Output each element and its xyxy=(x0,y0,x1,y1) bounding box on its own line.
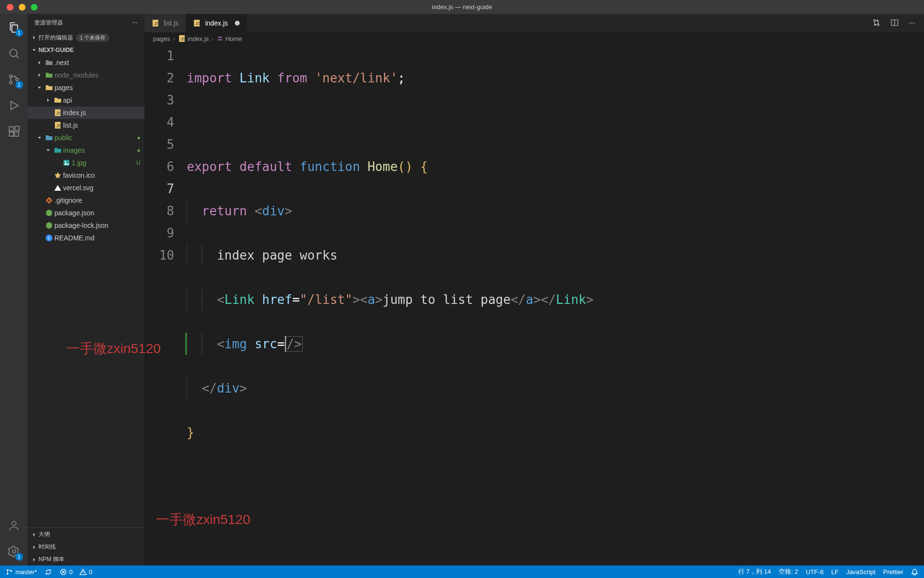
svg-text:JS: JS xyxy=(180,37,186,41)
chevron-right-icon: › xyxy=(173,35,175,42)
code-content[interactable]: import Link from 'next/link'; export def… xyxy=(187,45,924,565)
svg-point-24 xyxy=(877,24,879,26)
more-actions-icon[interactable]: ⋯ xyxy=(909,19,915,27)
file-vercel-svg[interactable]: vercel.svg xyxy=(27,182,144,194)
svg-text:i: i xyxy=(48,236,49,241)
folder-images[interactable]: images● xyxy=(27,144,144,157)
svg-rect-6 xyxy=(14,132,19,136)
split-editor-icon[interactable] xyxy=(890,18,899,28)
extensions-icon[interactable] xyxy=(7,124,21,139)
file-readme[interactable]: iREADME.md xyxy=(27,232,144,244)
git-branch[interactable]: master* xyxy=(6,568,37,576)
svg-point-8 xyxy=(12,521,16,525)
problems[interactable]: 0 0 xyxy=(60,568,92,576)
svg-text:JS: JS xyxy=(195,21,201,26)
source-control-icon[interactable]: 1 xyxy=(7,72,21,87)
svg-point-2 xyxy=(9,81,12,84)
account-icon[interactable] xyxy=(7,518,21,533)
activity-bar: 1 1 1 xyxy=(0,14,27,565)
dirty-indicator-icon xyxy=(235,21,240,26)
explorer-icon[interactable]: 1 xyxy=(7,20,21,35)
outline-section[interactable]: 大纲 xyxy=(27,528,144,540)
prettier-status[interactable]: Prettier xyxy=(883,568,903,576)
svg-rect-4 xyxy=(9,127,13,131)
sidebar-title: 资源管理器 xyxy=(34,19,63,27)
settings-badge: 1 xyxy=(15,553,23,561)
title-bar: index.js — next-guide xyxy=(0,0,924,14)
eol[interactable]: LF xyxy=(831,568,838,576)
open-editors-section[interactable]: 打开的编辑器 1 个未保存 xyxy=(27,31,144,44)
chevron-down-icon xyxy=(30,47,38,53)
svg-point-28 xyxy=(7,569,8,571)
svg-point-15 xyxy=(65,161,66,163)
project-name: NEXT-GUIDE xyxy=(38,47,74,53)
modified-dot-icon: ● xyxy=(137,134,141,141)
search-icon[interactable] xyxy=(7,46,21,61)
tab-bar: JS list.js JS index.js ⋯ xyxy=(144,14,924,32)
run-debug-icon[interactable] xyxy=(7,98,21,113)
encoding[interactable]: UTF-8 xyxy=(806,568,823,576)
svg-rect-14 xyxy=(64,160,69,166)
file-package-lock[interactable]: package-lock.json xyxy=(27,219,144,232)
file-package-json[interactable]: package.json xyxy=(27,207,144,219)
folder-node-modules[interactable]: node_modules xyxy=(27,69,144,81)
line-gutter: 12345678910 xyxy=(144,45,187,565)
maximize-window-button[interactable] xyxy=(31,4,38,11)
main: 1 1 1 资源管理器 ⋯ xyxy=(0,14,924,565)
minimize-window-button[interactable] xyxy=(19,4,26,11)
compare-changes-icon[interactable] xyxy=(872,18,881,28)
file-index-js[interactable]: JSindex.js xyxy=(27,106,144,119)
close-window-button[interactable] xyxy=(7,4,13,11)
folder-next[interactable]: .next xyxy=(27,56,144,69)
svg-point-0 xyxy=(10,49,17,56)
notifications-icon[interactable] xyxy=(911,568,918,576)
open-editors-label: 打开的编辑器 xyxy=(38,34,73,42)
folder-public[interactable]: public● xyxy=(27,131,144,144)
chevron-right-icon xyxy=(31,33,38,42)
file-favicon[interactable]: favicon.ico xyxy=(27,169,144,182)
folder-pages[interactable]: pages xyxy=(27,81,144,94)
svg-point-29 xyxy=(7,573,8,574)
sidebar: 资源管理器 ⋯ 打开的编辑器 1 个未保存 NEXT-GUIDE .next n… xyxy=(27,14,144,565)
file-tree: .next node_modules pages api JSindex.js … xyxy=(27,56,144,527)
sidebar-more-icon[interactable]: ⋯ xyxy=(132,19,138,26)
project-section[interactable]: NEXT-GUIDE xyxy=(27,44,144,56)
svg-rect-5 xyxy=(9,132,13,136)
code-area[interactable]: 12345678910 import Link from 'next/link'… xyxy=(144,45,924,565)
folder-api[interactable]: api xyxy=(27,94,144,106)
explorer-badge: 1 xyxy=(15,29,23,37)
indentation[interactable]: 空格: 2 xyxy=(779,567,798,576)
tab-index-js[interactable]: JS index.js xyxy=(186,14,246,32)
svg-point-23 xyxy=(873,19,875,21)
file-gitignore[interactable]: .gitignore xyxy=(27,194,144,207)
sync-button[interactable] xyxy=(45,568,52,576)
tab-list-js[interactable]: JS list.js xyxy=(144,14,186,32)
breadcrumb-file[interactable]: JSindex.js xyxy=(178,35,209,42)
breadcrumbs[interactable]: pages › JSindex.js › Home xyxy=(144,32,924,45)
unsaved-badge: 1 个未保存 xyxy=(76,34,109,42)
svg-point-1 xyxy=(9,75,12,78)
scm-badge: 1 xyxy=(15,81,23,89)
svg-text:JS: JS xyxy=(56,123,62,128)
svg-text:JS: JS xyxy=(154,21,159,26)
breadcrumb-symbol[interactable]: Home xyxy=(217,35,242,42)
svg-point-9 xyxy=(12,550,15,553)
svg-text:JS: JS xyxy=(56,111,62,116)
settings-icon[interactable]: 1 xyxy=(7,544,21,559)
timeline-section[interactable]: 时间线 xyxy=(27,540,144,553)
file-list-js[interactable]: JSlist.js xyxy=(27,119,144,131)
modified-dot-icon: ● xyxy=(137,147,141,154)
sidebar-bottom: 大纲 时间线 NPM 脚本 xyxy=(27,527,144,565)
svg-point-3 xyxy=(15,78,18,80)
npm-scripts-section[interactable]: NPM 脚本 xyxy=(27,553,144,565)
chevron-right-icon: › xyxy=(212,35,214,42)
window-title: index.js — next-guide xyxy=(432,3,492,11)
untracked-badge: U xyxy=(136,159,141,166)
svg-rect-7 xyxy=(15,126,19,131)
language-mode[interactable]: JavaScript xyxy=(846,568,875,576)
traffic-lights xyxy=(7,4,38,11)
cursor-position[interactable]: 行 7，列 14 xyxy=(738,567,771,576)
breadcrumb-pages[interactable]: pages xyxy=(153,35,170,42)
editor-area: JS list.js JS index.js ⋯ pages › JSindex… xyxy=(144,14,924,565)
file-1-jpg[interactable]: 1.jpgU xyxy=(27,157,144,169)
